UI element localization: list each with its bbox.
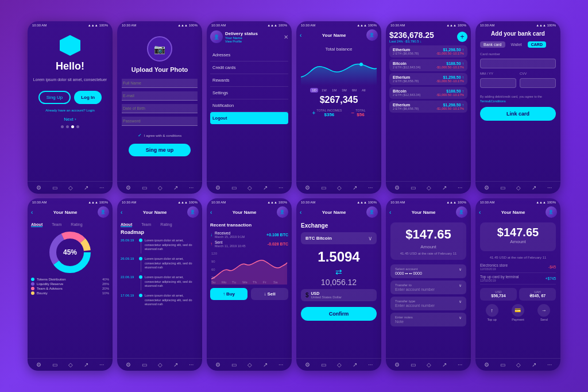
tab-wallet[interactable]: Wallet <box>508 41 525 48</box>
dob-input[interactable] <box>122 104 198 113</box>
tab-about-8[interactable]: About <box>121 222 132 227</box>
transfer-to[interactable]: Transfer toEnter account number ∨ <box>390 280 466 294</box>
chart-icon-7[interactable]: ↗ <box>84 362 88 368</box>
card-number-input[interactable] <box>480 59 556 68</box>
diamond-icon-8[interactable]: ◇ <box>158 362 163 368</box>
back-button-12[interactable]: ‹ <box>479 209 481 216</box>
sell-button[interactable]: ↓ Sell <box>251 288 288 300</box>
back-button-10[interactable]: ‹ <box>300 209 301 216</box>
more-icon[interactable]: ··· <box>99 185 104 191</box>
more-icon-9[interactable]: ··· <box>278 362 283 368</box>
menu-credit-cards[interactable]: Credit cards <box>210 62 288 74</box>
diamond-icon-7[interactable]: ◇ <box>68 362 73 368</box>
settings-icon-12[interactable]: ⚙ <box>484 362 489 368</box>
more-icon-12[interactable]: ··· <box>547 362 552 368</box>
card-icon-12[interactable]: ▭ <box>500 362 505 368</box>
confirm-button[interactable]: Confirm <box>301 307 377 321</box>
transfer-type[interactable]: Transfer typeEnter account number ∨ <box>390 297 466 310</box>
signup-submit-button[interactable]: Sing me up <box>129 144 191 156</box>
chart-icon-4[interactable]: ↗ <box>353 185 357 191</box>
menu-notification[interactable]: Notification <box>210 99 288 112</box>
diamond-icon-10[interactable]: ◇ <box>337 362 342 368</box>
add-button[interactable]: + <box>457 32 467 42</box>
chart-icon-3[interactable]: ↗ <box>263 185 268 191</box>
chart-icon-12[interactable]: ↗ <box>532 362 536 368</box>
back-button-4[interactable]: ‹ <box>300 32 301 39</box>
link-card-button[interactable]: Link card <box>480 107 556 121</box>
card-icon[interactable]: ▭ <box>52 185 57 191</box>
settings-icon-5[interactable]: ⚙ <box>394 185 400 191</box>
tab-bank-card[interactable]: Bank card <box>480 41 505 48</box>
menu-addresses[interactable]: Adresses <box>210 49 288 62</box>
payment-action[interactable]: 💳 Payment <box>512 304 524 321</box>
settings-icon-7[interactable]: ⚙ <box>36 362 41 368</box>
diamond-icon-3[interactable]: ◇ <box>247 185 252 191</box>
settings-icon-2[interactable]: ⚙ <box>126 185 131 191</box>
email-input[interactable] <box>122 91 198 101</box>
settings-icon-6[interactable]: ⚙ <box>484 185 489 191</box>
month-input[interactable] <box>480 78 516 88</box>
menu-logout[interactable]: Logout <box>210 112 288 124</box>
tab-team-7[interactable]: Team <box>52 222 61 227</box>
settings-icon-8[interactable]: ⚙ <box>126 362 131 368</box>
chart-icon-2[interactable]: ↗ <box>173 185 178 191</box>
settings-icon-10[interactable]: ⚙ <box>305 362 310 368</box>
tab-rating-7[interactable]: Rating <box>71 222 82 227</box>
view-profile-link[interactable]: View Profile <box>225 40 281 43</box>
more-icon-8[interactable]: ··· <box>189 362 194 368</box>
diamond-icon-9[interactable]: ◇ <box>247 362 252 368</box>
settings-icon-4[interactable]: ⚙ <box>305 185 310 191</box>
currency-selector[interactable]: $ USD United States Dollar <box>301 289 377 301</box>
tab-1d[interactable]: 1D <box>310 88 318 93</box>
back-button-11[interactable]: ‹ <box>389 209 391 216</box>
diamond-icon-2[interactable]: ◇ <box>158 185 163 191</box>
back-button-8[interactable]: ‹ <box>121 209 122 216</box>
more-icon-6[interactable]: ··· <box>547 185 552 191</box>
chart-icon-5[interactable]: ↗ <box>442 185 447 191</box>
tab-rating-8[interactable]: Rating <box>160 222 172 227</box>
card-icon-9[interactable]: ▭ <box>231 362 237 368</box>
card-icon-2[interactable]: ▭ <box>142 185 147 191</box>
diamond-icon-12[interactable]: ◇ <box>516 362 521 368</box>
chart-icon-6[interactable]: ↗ <box>532 185 536 191</box>
settings-icon-3[interactable]: ⚙ <box>215 185 220 191</box>
tab-3m[interactable]: 3M <box>340 88 348 93</box>
back-button-7[interactable]: ‹ <box>31 209 33 216</box>
diamond-icon-11[interactable]: ◇ <box>427 362 431 368</box>
more-icon-10[interactable]: ··· <box>368 362 373 368</box>
enter-notes[interactable]: Enter notesNote ∨ <box>390 313 466 326</box>
more-icon-3[interactable]: ··· <box>278 185 283 191</box>
settings-icon-9[interactable]: ⚙ <box>215 362 220 368</box>
more-icon-11[interactable]: ··· <box>458 362 462 368</box>
cvv-input[interactable] <box>520 78 556 88</box>
more-icon-5[interactable]: ··· <box>458 185 462 191</box>
menu-rewards[interactable]: Rewards <box>210 74 288 87</box>
more-icon-4[interactable]: ··· <box>368 185 373 191</box>
chart-icon-9[interactable]: ↗ <box>263 362 268 368</box>
diamond-icon-5[interactable]: ◇ <box>427 185 431 191</box>
login-button[interactable]: Log In <box>74 91 102 104</box>
card-icon-11[interactable]: ▭ <box>411 362 416 368</box>
card-icon-8[interactable]: ▭ <box>142 362 147 368</box>
password-input[interactable] <box>122 117 198 126</box>
menu-settings[interactable]: Settings <box>210 87 288 99</box>
swap-icon[interactable]: ⇄ <box>301 267 377 276</box>
select-account[interactable]: Select account0000 •• •• 0000 ∨ <box>390 264 466 278</box>
card-icon-6[interactable]: ▭ <box>500 185 505 191</box>
more-icon-7[interactable]: ··· <box>99 362 104 368</box>
tab-team-8[interactable]: Team <box>141 222 151 227</box>
diamond-icon-4[interactable]: ◇ <box>337 185 342 191</box>
diamond-icon[interactable]: ◇ <box>68 185 73 191</box>
tab-about-7[interactable]: About <box>31 222 42 227</box>
chart-icon[interactable]: ↗ <box>84 185 88 191</box>
settings-icon-11[interactable]: ⚙ <box>394 362 400 368</box>
card-icon-10[interactable]: ▭ <box>321 362 326 368</box>
chart-icon-11[interactable]: ↗ <box>442 362 447 368</box>
tab-1w[interactable]: 1W <box>320 88 328 93</box>
card-icon-7[interactable]: ▭ <box>52 362 57 368</box>
back-button-9[interactable]: ‹ <box>210 209 212 216</box>
settings-icon[interactable]: ⚙ <box>36 185 41 191</box>
topup-action[interactable]: ↑ Top up <box>486 304 498 321</box>
chart-icon-8[interactable]: ↗ <box>173 362 178 368</box>
signup-button[interactable]: Sing Up <box>38 91 71 104</box>
